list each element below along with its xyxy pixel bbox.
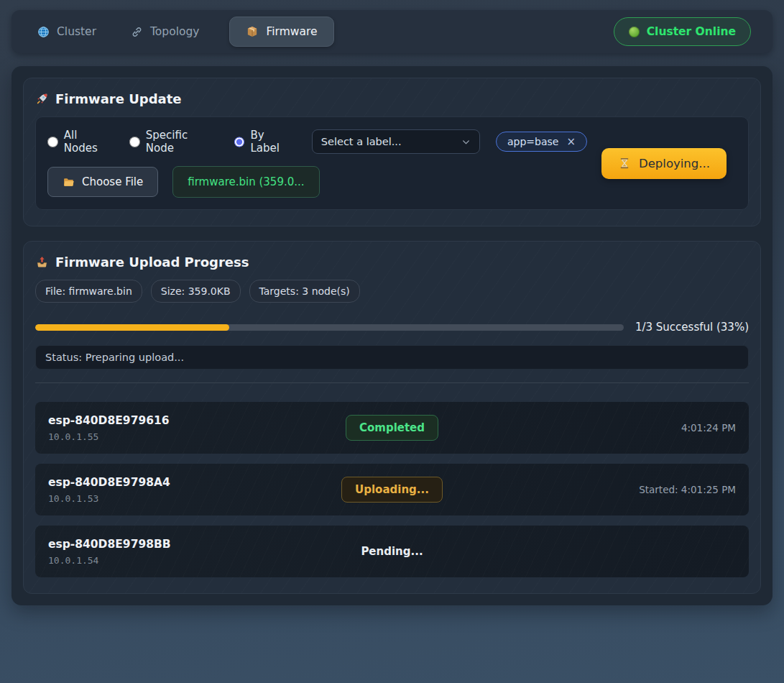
radio-by-label-input[interactable] bbox=[234, 137, 245, 147]
node-time: Started: 4:01:25 PM bbox=[639, 484, 736, 495]
file-row: Choose File firmware.bin (359.0... bbox=[47, 166, 587, 198]
label-select-dropdown[interactable]: Select a label... bbox=[312, 129, 480, 154]
node-ip: 10.0.1.54 bbox=[48, 555, 347, 566]
node-name: esp-840D8E9798A4 bbox=[48, 476, 341, 489]
chip-remove-icon[interactable]: × bbox=[566, 137, 576, 147]
selected-file-button[interactable]: firmware.bin (359.0... bbox=[172, 166, 319, 198]
radio-by-label[interactable]: By Label bbox=[234, 129, 296, 155]
node-status-badge: Pending... bbox=[347, 538, 436, 564]
firmware-update-card: Firmware Update All Nodes Specific Node … bbox=[23, 78, 761, 226]
tab-topology[interactable]: Topology bbox=[126, 18, 203, 45]
node-ip: 10.0.1.55 bbox=[48, 431, 346, 442]
progress-bar bbox=[35, 324, 624, 331]
targets-badge: Targets: 3 node(s) bbox=[249, 280, 360, 303]
progress-row: 1/3 Successful (33%) bbox=[35, 321, 749, 334]
node-ip: 10.0.1.53 bbox=[48, 493, 341, 504]
hourglass-icon bbox=[618, 157, 631, 170]
chevron-down-icon bbox=[461, 137, 471, 147]
radio-all-nodes[interactable]: All Nodes bbox=[47, 129, 114, 155]
upload-progress-title: Firmware Upload Progress bbox=[35, 255, 749, 270]
nav-tabs: Cluster Topology Firmware bbox=[33, 17, 334, 47]
upload-meta-badges: File: firmware.bin Size: 359.0KB Targets… bbox=[35, 280, 749, 303]
radio-specific-node-input[interactable] bbox=[129, 137, 140, 147]
deploy-button[interactable]: Deploying... bbox=[601, 148, 727, 179]
target-mode-row: All Nodes Specific Node By Label Select … bbox=[47, 129, 587, 155]
progress-label: 1/3 Successful (33%) bbox=[635, 321, 749, 334]
status-box: Status: Preparing upload... bbox=[35, 345, 749, 370]
firmware-update-title: Firmware Update bbox=[35, 91, 749, 106]
top-navbar: Cluster Topology Firmware Cluster Online bbox=[11, 10, 773, 53]
tab-topology-label: Topology bbox=[150, 25, 199, 38]
node-status-badge: Uploading... bbox=[341, 477, 443, 503]
tab-firmware[interactable]: Firmware bbox=[229, 17, 333, 47]
size-badge: Size: 359.0KB bbox=[151, 280, 241, 303]
choose-file-button[interactable]: Choose File bbox=[47, 167, 158, 197]
tab-firmware-label: Firmware bbox=[266, 25, 317, 38]
main-container: Firmware Update All Nodes Specific Node … bbox=[11, 66, 773, 605]
divider bbox=[35, 382, 749, 383]
node-name: esp-840D8E979616 bbox=[48, 414, 346, 427]
folder-icon bbox=[63, 176, 75, 188]
globe-icon bbox=[37, 26, 50, 38]
upload-tray-icon bbox=[35, 255, 49, 269]
green-dot-icon bbox=[629, 27, 640, 37]
link-icon bbox=[131, 26, 143, 38]
label-chip-text: app=base bbox=[507, 136, 558, 147]
label-select-placeholder: Select a label... bbox=[321, 136, 402, 147]
node-name: esp-840D8E9798BB bbox=[48, 538, 347, 551]
node-status-badge: Completed bbox=[346, 415, 438, 441]
rocket-icon bbox=[35, 92, 49, 106]
tab-cluster[interactable]: Cluster bbox=[33, 18, 101, 45]
node-row: esp-840D8E9798BB 10.0.1.54 Pending... bbox=[35, 526, 749, 577]
radio-all-nodes-input[interactable] bbox=[47, 137, 58, 147]
node-time: 4:01:24 PM bbox=[681, 422, 736, 434]
cluster-online-badge: Cluster Online bbox=[614, 17, 751, 46]
node-list: esp-840D8E979616 10.0.1.55 Completed 4:0… bbox=[35, 402, 749, 577]
label-chip: app=base × bbox=[496, 132, 587, 152]
tab-cluster-label: Cluster bbox=[57, 25, 96, 38]
radio-specific-node[interactable]: Specific Node bbox=[129, 129, 218, 155]
deploy-form: All Nodes Specific Node By Label Select … bbox=[35, 116, 749, 210]
upload-progress-card: Firmware Upload Progress File: firmware.… bbox=[23, 241, 761, 594]
package-icon bbox=[246, 25, 259, 38]
cluster-online-label: Cluster Online bbox=[647, 25, 736, 38]
file-badge: File: firmware.bin bbox=[35, 280, 142, 303]
progress-bar-fill bbox=[35, 324, 229, 331]
node-row: esp-840D8E979616 10.0.1.55 Completed 4:0… bbox=[35, 402, 749, 454]
node-row: esp-840D8E9798A4 10.0.1.53 Uploading... … bbox=[35, 464, 749, 515]
